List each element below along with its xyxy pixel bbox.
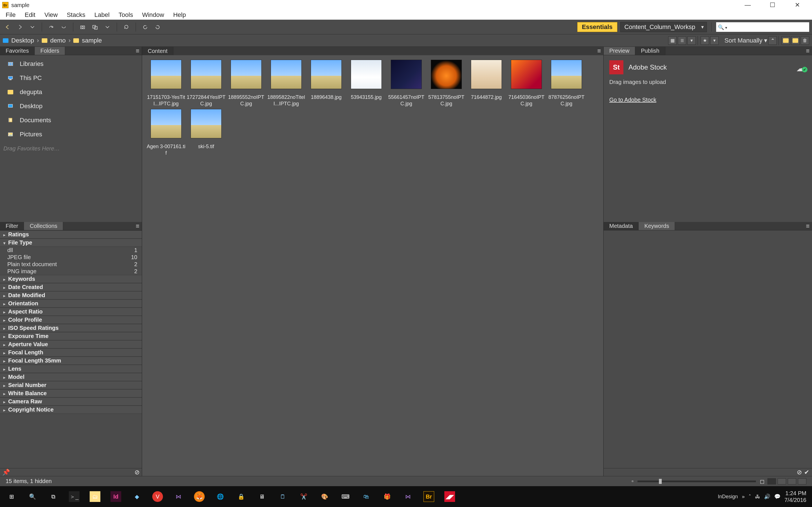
tab-preview[interactable]: Preview <box>604 47 635 55</box>
menu-help[interactable]: Help <box>169 10 190 20</box>
pin-icon[interactable]: 📌 <box>2 469 10 476</box>
tray-network-icon[interactable]: 🖧 <box>755 494 760 500</box>
go-up-button[interactable] <box>47 22 56 32</box>
workspace-dropdown[interactable]: Content_Column_Worksp <box>620 22 707 32</box>
taskbar-app-store[interactable]: 🛍 <box>356 486 377 507</box>
apply-icon[interactable]: ✔ <box>804 469 809 476</box>
favorites-item[interactable]: Pictures <box>0 127 142 142</box>
tab-filter[interactable]: Filter <box>0 222 24 230</box>
filter-section-header[interactable]: Copyright Notice <box>0 406 142 414</box>
menu-stacks[interactable]: Stacks <box>63 10 89 20</box>
menu-view[interactable]: View <box>40 10 61 20</box>
star-filter-dropdown[interactable]: ▾ <box>710 36 719 45</box>
refresh-button[interactable] <box>121 22 131 32</box>
taskbar-app-lock[interactable]: 🔒 <box>231 486 252 507</box>
start-button[interactable]: ⊞ <box>1 486 22 507</box>
taskbar-app-monitor[interactable]: 🖥 <box>252 486 272 507</box>
panel-menu-icon[interactable]: ≡ <box>133 222 142 230</box>
thumb-size-slider[interactable] <box>638 481 756 482</box>
search-input[interactable] <box>716 22 809 32</box>
taskbar-app-vs[interactable]: ⋈ <box>168 486 189 507</box>
thumbnail[interactable]: 71644872.jpg <box>467 60 506 107</box>
favorites-item[interactable]: Desktop <box>0 99 142 113</box>
tab-folders[interactable]: Folders <box>35 47 65 55</box>
view-mode-lockgrid[interactable] <box>777 478 786 485</box>
tab-collections[interactable]: Collections <box>24 222 63 230</box>
tray-caret-icon[interactable]: ˄ <box>749 494 751 500</box>
filter-section-header[interactable]: Keywords <box>0 275 142 283</box>
sort-direction-button[interactable] <box>768 36 777 45</box>
thumbnail[interactable]: ski-5.tif <box>187 109 225 157</box>
breadcrumb-item[interactable]: sample <box>82 37 102 44</box>
filter-section-header[interactable]: Orientation <box>0 299 142 307</box>
filter-section-header[interactable]: Serial Number <box>0 381 142 389</box>
view-mode-list[interactable] <box>798 478 806 485</box>
view-details-button[interactable]: ≣ <box>678 36 686 45</box>
thumb-size-min-icon[interactable]: ▫ <box>631 478 633 485</box>
thumbnail[interactable]: 17151703-YesTitl...IPTC.jpg <box>147 60 186 107</box>
filter-row[interactable]: dll1 <box>0 247 142 254</box>
filter-section-header[interactable]: Color Profile <box>0 316 142 324</box>
open-recent-button[interactable] <box>103 22 112 32</box>
tab-favorites[interactable]: Favorites <box>0 47 35 55</box>
rotate-cw-button[interactable] <box>153 22 162 32</box>
taskbar-app-vivaldi[interactable]: V <box>147 486 168 507</box>
refine-button[interactable] <box>90 22 100 32</box>
panel-menu-icon[interactable]: ≡ <box>804 47 812 55</box>
go-to-adobe-stock-link[interactable]: Go to Adobe Stock <box>609 97 656 103</box>
task-view-button[interactable]: ⧉ <box>43 486 64 507</box>
filter-section-header[interactable]: Focal Length 35mm <box>0 356 142 365</box>
taskbar-app-bridge[interactable]: Br <box>418 486 439 507</box>
filter-section-header[interactable]: Aspect Ratio <box>0 307 142 316</box>
panel-menu-icon[interactable]: ≡ <box>133 47 142 55</box>
tab-content[interactable]: Content <box>142 47 173 55</box>
reveal-button[interactable] <box>59 22 68 32</box>
tray-clock[interactable]: 1:24 PM 7/4/2016 <box>784 490 806 503</box>
window-minimize-button[interactable]: ― <box>735 0 760 10</box>
tray-volume-icon[interactable]: 🔊 <box>764 494 770 500</box>
taskbar-app-globe[interactable]: 🌐 <box>210 486 231 507</box>
nav-recent-button[interactable] <box>28 22 37 32</box>
boomerang-indicator[interactable]: InDesign <box>718 494 738 500</box>
menu-label[interactable]: Label <box>91 10 114 20</box>
favorites-item[interactable]: This PC <box>0 71 142 85</box>
filter-section-header[interactable]: Focal Length <box>0 348 142 356</box>
filter-section-header[interactable]: White Balance <box>0 389 142 397</box>
workspace-essentials-button[interactable]: Essentials <box>577 22 617 32</box>
thumbnail[interactable]: 71645036noIPTC.jpg <box>507 60 546 107</box>
taskbar-app-paint[interactable]: 🎨 <box>314 486 335 507</box>
taskbar-app-diamond[interactable]: ◆ <box>126 486 147 507</box>
taskbar-app-snip[interactable]: ✂️ <box>293 486 314 507</box>
tray-action-center-icon[interactable]: 💬 <box>774 494 780 500</box>
view-thumbnails-button[interactable]: ▦ <box>668 36 677 45</box>
favorites-item[interactable]: degupta <box>0 85 142 99</box>
taskbar-app-vs2[interactable]: ⋈ <box>398 486 418 507</box>
thumbnail[interactable]: 17272844YesIPTC.jpg <box>187 60 225 107</box>
panel-menu-icon[interactable]: ≡ <box>595 47 603 55</box>
filter-row[interactable]: JPEG file10 <box>0 254 142 261</box>
filter-section-header[interactable]: Ratings <box>0 230 142 238</box>
thumbnail[interactable]: 57813755noIPTC.jpg <box>427 60 466 107</box>
filter-section-header[interactable]: Date Modified <box>0 291 142 299</box>
taskbar-search-button[interactable]: 🔍 <box>22 486 43 507</box>
taskbar-app-cc[interactable]: ◢◤ <box>439 486 460 507</box>
thumbnail[interactable]: 55661457noIPTC.jpg <box>387 60 426 107</box>
filter-section-header[interactable]: Date Created <box>0 283 142 291</box>
window-maximize-button[interactable]: ☐ <box>760 0 785 10</box>
thumb-size-max-icon[interactable]: ◻ <box>760 478 765 485</box>
thumbnail[interactable]: 18895822noTitelI...IPTC.jpg <box>267 60 306 107</box>
breadcrumb-item[interactable]: demo <box>50 37 66 44</box>
thumbnail[interactable]: 53943155.jpg <box>347 60 386 107</box>
menu-file[interactable]: File <box>2 10 19 20</box>
rotate-ccw-button[interactable] <box>140 22 150 32</box>
star-filter-button[interactable]: ★ <box>701 36 709 45</box>
nav-back-button[interactable] <box>3 22 12 32</box>
search-field[interactable] <box>727 23 808 31</box>
filter-section-header[interactable]: File Type <box>0 238 142 247</box>
window-close-button[interactable]: ✕ <box>785 0 810 10</box>
filter-section-header[interactable]: Model <box>0 373 142 381</box>
filter-section-header[interactable]: Exposure Time <box>0 332 142 340</box>
tab-metadata[interactable]: Metadata <box>604 222 639 230</box>
search-scope-dropdown[interactable] <box>724 23 727 31</box>
thumbnail[interactable]: 87876256noIPTC.jpg <box>547 60 586 107</box>
